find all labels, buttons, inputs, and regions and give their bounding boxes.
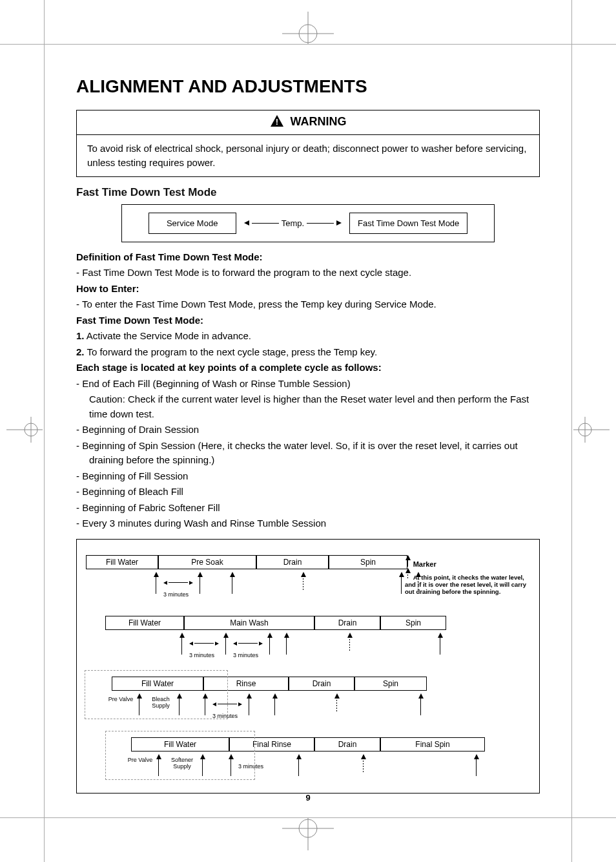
registration-mark-left — [6, 417, 43, 445]
warning-header: ! WARNING — [77, 110, 539, 135]
crop-mark — [44, 0, 45, 862]
marker-arrow — [418, 693, 424, 715]
crop-mark — [0, 44, 616, 45]
cycle-diagram: Marker At this point, it checks the wate… — [76, 539, 540, 794]
crop-mark — [571, 0, 572, 862]
marker-arrow — [223, 633, 229, 655]
marker-arrow — [197, 572, 203, 594]
cycle-row-presoak: Marker At this point, it checks the wate… — [86, 555, 528, 598]
svg-text:!: ! — [275, 117, 278, 127]
marker-arrow — [437, 633, 444, 655]
list-item: - Beginning of Fill Session — [76, 469, 540, 484]
stage-drain: Drain — [289, 677, 354, 691]
stage-mainwash: Main Wash — [184, 616, 314, 630]
stage-drain: Drain — [314, 737, 380, 752]
stage-fill: Fill Water — [105, 616, 184, 630]
registration-mark-bottom — [282, 818, 334, 850]
stage-fill: Fill Water — [86, 555, 158, 569]
bleach-label: Bleach Supply — [148, 696, 174, 719]
list-item: - Beginning of Drain Session — [76, 423, 540, 437]
mode-nav-diagram: Service Mode Temp. Fast Time Down Test M… — [121, 204, 495, 242]
registration-mark-right — [573, 417, 610, 445]
list-item: - Fast Time Down Test Mode is to forward… — [76, 266, 540, 280]
marker-arrow — [156, 754, 162, 776]
warning-icon: ! — [270, 114, 284, 131]
stage-spin: Spin — [329, 555, 407, 569]
cycle-row-rinse: Fill Water Rinse Drain Spin Pre Valve Bl… — [86, 677, 528, 719]
cycle-row-finalrinse: Fill Water Final Rinse Drain Final Spin … — [86, 737, 528, 780]
pre-valve-label: Pre Valve — [127, 757, 153, 763]
page-number: 9 — [76, 793, 540, 803]
three-min-span: 3 minutes — [189, 636, 219, 658]
pre-valve-label: Pre Valve — [108, 696, 134, 702]
marker-arrow — [296, 754, 302, 776]
marker-arrow-dash — [334, 693, 340, 711]
list-item: - To enter the Fast Time Down Test Mode,… — [76, 297, 540, 312]
marker-arrow — [229, 572, 236, 594]
marker-arrow-dash — [300, 572, 307, 590]
warning-text: To avoid risk of electrical shock, perso… — [77, 135, 539, 176]
three-min-span: 3 minutes — [233, 636, 263, 658]
marker-arrow — [179, 633, 185, 655]
subhead-stages: Each stage is located at key points of a… — [76, 361, 540, 375]
mode-fast-time: Fast Time Down Test Mode — [349, 213, 467, 234]
marker-arrow-dash — [347, 633, 353, 651]
subhead-definition: Definition of Fast Time Down Test Mode: — [76, 250, 540, 265]
three-min-span: 3 minutes — [212, 697, 242, 719]
cycle-row-mainwash: Fill Water Main Wash Drain Spin 3 minute… — [86, 616, 528, 658]
subhead-mode: Fast Time Down Test Mode: — [76, 313, 540, 328]
page-title: ALIGNMENT AND ADJUSTMENTS — [76, 76, 540, 97]
marker-arrow — [136, 693, 143, 715]
stage-finalspin: Final Spin — [380, 737, 485, 752]
list-item: - Beginning of Bleach Fill — [76, 485, 540, 499]
marker-arrow — [473, 754, 480, 776]
three-min-span: 3 minutes — [163, 576, 193, 598]
marker-arrow — [153, 572, 159, 594]
stage-presoak: Pre Soak — [158, 555, 256, 569]
stage-spin: Spin — [354, 677, 427, 691]
warning-label: WARNING — [291, 115, 347, 128]
list-item: - End of Each Fill (Beginning of Wash or… — [76, 377, 540, 392]
marker-arrow — [202, 693, 209, 715]
stage-drain: Drain — [314, 616, 380, 630]
marker-arrow — [246, 693, 252, 715]
registration-mark-top — [282, 12, 334, 44]
stage-spin: Spin — [380, 616, 446, 630]
marker-arrow — [228, 754, 234, 776]
mode-service: Service Mode — [149, 213, 236, 234]
three-min-label: 3 minutes — [238, 763, 263, 780]
subhead-howto: How to Enter: — [76, 282, 540, 297]
marker-arrow — [200, 754, 206, 776]
caution-text: Caution: Check if the current water leve… — [76, 392, 540, 421]
marker-arrow-dash — [360, 754, 367, 772]
marker-arrow — [267, 633, 273, 655]
section-heading: Fast Time Down Test Mode — [76, 186, 540, 199]
body-copy: Definition of Fast Time Down Test Mode: … — [76, 250, 540, 531]
list-item: - Beginning of Spin Session (Here, it ch… — [76, 439, 540, 468]
marker-arrow — [272, 693, 278, 715]
stage-drain: Drain — [256, 555, 329, 569]
warning-box: ! WARNING To avoid risk of electrical sh… — [76, 110, 540, 177]
step-1: 1. Activate the Service Mode in advance. — [76, 329, 540, 344]
step-2: 2. To forward the program to the next cy… — [76, 345, 540, 360]
marker-arrow — [176, 693, 183, 715]
softener-label: Softener Supply — [167, 757, 197, 780]
list-item: - Beginning of Fabric Softener Fill — [76, 501, 540, 516]
marker-arrow-dash — [415, 572, 422, 590]
marker-arrow — [398, 572, 405, 594]
arrow-bidirectional: Temp. — [244, 218, 342, 228]
marker-arrow — [283, 633, 290, 655]
list-item: - Every 3 minutes during Wash and Rinse … — [76, 516, 540, 531]
